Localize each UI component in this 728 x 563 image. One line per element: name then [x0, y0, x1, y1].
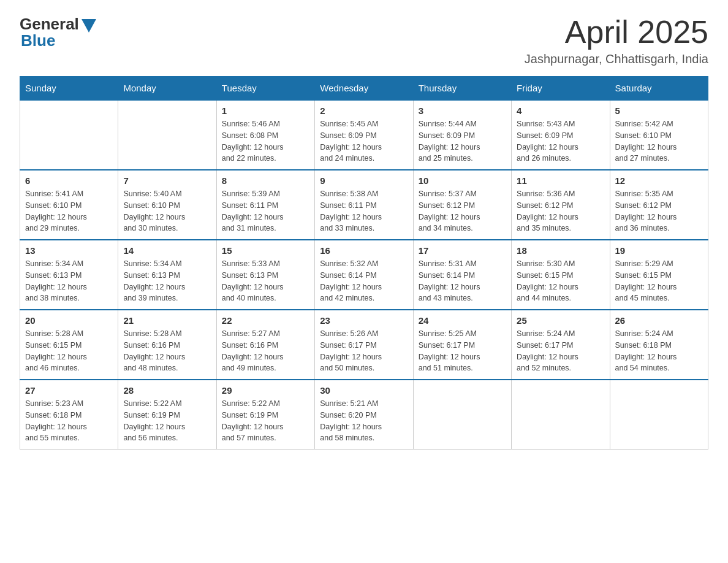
logo: General Blue	[20, 15, 96, 50]
calendar-cell: 3Sunrise: 5:44 AMSunset: 6:09 PMDaylight…	[413, 100, 511, 170]
logo-blue-text: Blue	[21, 31, 55, 50]
day-number: 5	[615, 105, 703, 116]
day-info: Sunrise: 5:34 AMSunset: 6:13 PMDaylight:…	[123, 258, 211, 304]
calendar-cell: 26Sunrise: 5:24 AMSunset: 6:18 PMDayligh…	[610, 310, 708, 380]
calendar-cell: 5Sunrise: 5:42 AMSunset: 6:10 PMDaylight…	[610, 100, 708, 170]
calendar-cell: 19Sunrise: 5:29 AMSunset: 6:15 PMDayligh…	[610, 240, 708, 310]
day-info: Sunrise: 5:31 AMSunset: 6:14 PMDaylight:…	[419, 258, 506, 304]
title-section: April 2025 Jashpurnagar, Chhattisgarh, I…	[525, 15, 708, 66]
day-info: Sunrise: 5:39 AMSunset: 6:11 PMDaylight:…	[222, 188, 309, 234]
day-number: 6	[25, 175, 113, 186]
calendar-cell: 11Sunrise: 5:36 AMSunset: 6:12 PMDayligh…	[512, 170, 610, 240]
calendar-cell: 24Sunrise: 5:25 AMSunset: 6:17 PMDayligh…	[413, 310, 511, 380]
day-info: Sunrise: 5:41 AMSunset: 6:10 PMDaylight:…	[25, 188, 113, 234]
day-info: Sunrise: 5:24 AMSunset: 6:18 PMDaylight:…	[615, 328, 703, 374]
day-info: Sunrise: 5:26 AMSunset: 6:17 PMDaylight:…	[320, 328, 408, 374]
week-row-2: 6Sunrise: 5:41 AMSunset: 6:10 PMDaylight…	[20, 170, 708, 240]
day-info: Sunrise: 5:35 AMSunset: 6:12 PMDaylight:…	[615, 188, 703, 234]
day-header-saturday: Saturday	[610, 77, 708, 101]
day-number: 17	[419, 245, 506, 256]
day-number: 20	[25, 315, 113, 326]
day-info: Sunrise: 5:29 AMSunset: 6:15 PMDaylight:…	[615, 258, 703, 304]
calendar-cell: 2Sunrise: 5:45 AMSunset: 6:09 PMDaylight…	[315, 100, 413, 170]
day-number: 28	[123, 385, 211, 396]
calendar-cell: 28Sunrise: 5:22 AMSunset: 6:19 PMDayligh…	[118, 380, 216, 450]
calendar-cell: 20Sunrise: 5:28 AMSunset: 6:15 PMDayligh…	[20, 310, 118, 380]
day-number: 11	[517, 175, 604, 186]
day-info: Sunrise: 5:44 AMSunset: 6:09 PMDaylight:…	[419, 118, 506, 164]
week-row-3: 13Sunrise: 5:34 AMSunset: 6:13 PMDayligh…	[20, 240, 708, 310]
day-header-friday: Friday	[512, 77, 610, 101]
day-number: 22	[222, 315, 309, 326]
day-info: Sunrise: 5:30 AMSunset: 6:15 PMDaylight:…	[517, 258, 604, 304]
calendar-cell: 25Sunrise: 5:24 AMSunset: 6:17 PMDayligh…	[512, 310, 610, 380]
calendar-cell: 29Sunrise: 5:22 AMSunset: 6:19 PMDayligh…	[216, 380, 314, 450]
day-number: 10	[419, 175, 506, 186]
calendar-cell: 30Sunrise: 5:21 AMSunset: 6:20 PMDayligh…	[315, 380, 413, 450]
day-info: Sunrise: 5:43 AMSunset: 6:09 PMDaylight:…	[517, 118, 604, 164]
day-number: 4	[517, 105, 604, 116]
day-info: Sunrise: 5:40 AMSunset: 6:10 PMDaylight:…	[123, 188, 211, 234]
calendar-header: SundayMondayTuesdayWednesdayThursdayFrid…	[20, 77, 708, 101]
day-number: 13	[25, 245, 113, 256]
calendar-cell: 7Sunrise: 5:40 AMSunset: 6:10 PMDaylight…	[118, 170, 216, 240]
day-number: 16	[320, 245, 408, 256]
calendar-cell	[20, 100, 118, 170]
day-info: Sunrise: 5:33 AMSunset: 6:13 PMDaylight:…	[222, 258, 309, 304]
day-info: Sunrise: 5:28 AMSunset: 6:16 PMDaylight:…	[123, 328, 211, 374]
calendar-cell: 12Sunrise: 5:35 AMSunset: 6:12 PMDayligh…	[610, 170, 708, 240]
day-header-row: SundayMondayTuesdayWednesdayThursdayFrid…	[20, 77, 708, 101]
calendar-cell: 18Sunrise: 5:30 AMSunset: 6:15 PMDayligh…	[512, 240, 610, 310]
day-info: Sunrise: 5:36 AMSunset: 6:12 PMDaylight:…	[517, 188, 604, 234]
day-number: 15	[222, 245, 309, 256]
calendar-cell	[610, 380, 708, 450]
calendar-cell: 13Sunrise: 5:34 AMSunset: 6:13 PMDayligh…	[20, 240, 118, 310]
calendar-cell	[118, 100, 216, 170]
day-number: 18	[517, 245, 604, 256]
calendar-cell: 1Sunrise: 5:46 AMSunset: 6:08 PMDaylight…	[216, 100, 314, 170]
day-number: 24	[419, 315, 506, 326]
calendar-cell: 27Sunrise: 5:23 AMSunset: 6:18 PMDayligh…	[20, 380, 118, 450]
calendar-cell: 10Sunrise: 5:37 AMSunset: 6:12 PMDayligh…	[413, 170, 511, 240]
day-header-monday: Monday	[118, 77, 216, 101]
day-number: 29	[222, 385, 309, 396]
calendar-cell: 6Sunrise: 5:41 AMSunset: 6:10 PMDaylight…	[20, 170, 118, 240]
calendar-cell: 22Sunrise: 5:27 AMSunset: 6:16 PMDayligh…	[216, 310, 314, 380]
day-number: 19	[615, 245, 703, 256]
day-info: Sunrise: 5:25 AMSunset: 6:17 PMDaylight:…	[419, 328, 506, 374]
day-number: 23	[320, 315, 408, 326]
day-number: 8	[222, 175, 309, 186]
day-info: Sunrise: 5:21 AMSunset: 6:20 PMDaylight:…	[320, 398, 408, 444]
calendar-cell: 17Sunrise: 5:31 AMSunset: 6:14 PMDayligh…	[413, 240, 511, 310]
subtitle: Jashpurnagar, Chhattisgarh, India	[525, 52, 708, 66]
main-title: April 2025	[525, 15, 708, 50]
page-header: General Blue April 2025 Jashpurnagar, Ch…	[20, 15, 708, 66]
calendar-table: SundayMondayTuesdayWednesdayThursdayFrid…	[20, 76, 708, 450]
day-info: Sunrise: 5:37 AMSunset: 6:12 PMDaylight:…	[419, 188, 506, 234]
day-number: 12	[615, 175, 703, 186]
week-row-5: 27Sunrise: 5:23 AMSunset: 6:18 PMDayligh…	[20, 380, 708, 450]
day-number: 7	[123, 175, 211, 186]
day-number: 26	[615, 315, 703, 326]
calendar-cell: 9Sunrise: 5:38 AMSunset: 6:11 PMDaylight…	[315, 170, 413, 240]
day-info: Sunrise: 5:34 AMSunset: 6:13 PMDaylight:…	[25, 258, 113, 304]
calendar-cell: 8Sunrise: 5:39 AMSunset: 6:11 PMDaylight…	[216, 170, 314, 240]
day-info: Sunrise: 5:45 AMSunset: 6:09 PMDaylight:…	[320, 118, 408, 164]
day-info: Sunrise: 5:28 AMSunset: 6:15 PMDaylight:…	[25, 328, 113, 374]
week-row-4: 20Sunrise: 5:28 AMSunset: 6:15 PMDayligh…	[20, 310, 708, 380]
day-info: Sunrise: 5:38 AMSunset: 6:11 PMDaylight:…	[320, 188, 408, 234]
week-row-1: 1Sunrise: 5:46 AMSunset: 6:08 PMDaylight…	[20, 100, 708, 170]
day-header-wednesday: Wednesday	[315, 77, 413, 101]
day-number: 30	[320, 385, 408, 396]
day-info: Sunrise: 5:22 AMSunset: 6:19 PMDaylight:…	[222, 398, 309, 444]
day-info: Sunrise: 5:22 AMSunset: 6:19 PMDaylight:…	[123, 398, 211, 444]
day-header-tuesday: Tuesday	[216, 77, 314, 101]
day-info: Sunrise: 5:32 AMSunset: 6:14 PMDaylight:…	[320, 258, 408, 304]
day-header-thursday: Thursday	[413, 77, 511, 101]
day-info: Sunrise: 5:24 AMSunset: 6:17 PMDaylight:…	[517, 328, 604, 374]
day-info: Sunrise: 5:46 AMSunset: 6:08 PMDaylight:…	[222, 118, 309, 164]
day-info: Sunrise: 5:23 AMSunset: 6:18 PMDaylight:…	[25, 398, 113, 444]
day-info: Sunrise: 5:27 AMSunset: 6:16 PMDaylight:…	[222, 328, 309, 374]
day-number: 3	[419, 105, 506, 116]
day-number: 21	[123, 315, 211, 326]
